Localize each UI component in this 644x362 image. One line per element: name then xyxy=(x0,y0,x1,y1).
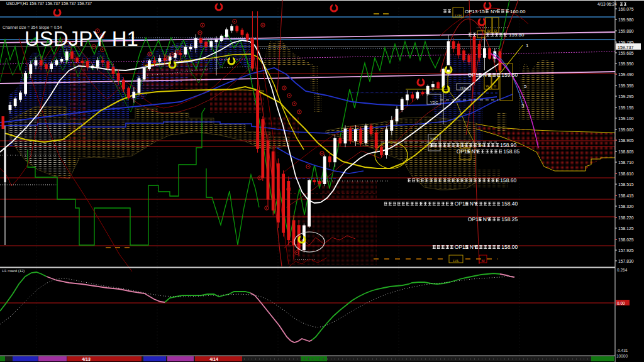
svg-text:158.00: 158.00 xyxy=(501,244,518,250)
svg-text:158.905: 158.905 xyxy=(618,138,634,143)
svg-text:158.220: 158.220 xyxy=(618,216,634,220)
svg-text:159.50: 159.50 xyxy=(501,72,518,78)
svg-text:W: W xyxy=(487,29,491,33)
svg-text:160.075: 160.075 xyxy=(618,7,634,11)
svg-text:159.000: 159.000 xyxy=(618,128,634,132)
svg-text:YDC: YDC xyxy=(430,101,438,104)
svg-text:159.80: 159.80 xyxy=(509,32,525,38)
svg-text:159.295: 159.295 xyxy=(618,94,634,99)
svg-text:YDH: YDH xyxy=(460,86,468,90)
svg-text:10000: 10000 xyxy=(616,354,628,358)
svg-text:159.590: 159.590 xyxy=(618,62,634,66)
svg-text:-0.431: -0.431 xyxy=(616,348,628,353)
svg-text:OP13·15: OP13·15 xyxy=(465,9,486,14)
svg-text:D: D xyxy=(494,84,497,88)
svg-text:159.980: 159.980 xyxy=(618,18,634,22)
svg-text:LVL: LVL xyxy=(453,259,460,263)
svg-text:158.025: 158.025 xyxy=(618,238,634,242)
svg-text:YCL: YCL xyxy=(462,145,469,148)
svg-text:H1 macd (12): H1 macd (12) xyxy=(2,269,25,273)
svg-text:158.60: 158.60 xyxy=(500,177,516,184)
svg-text:158.320: 158.320 xyxy=(618,204,634,209)
svg-text:YDO: YDO xyxy=(430,137,438,141)
svg-text:160.00: 160.00 xyxy=(510,9,526,14)
svg-text:USDJPY H1: USDJPY H1 xyxy=(25,27,138,50)
svg-text:157.830: 157.830 xyxy=(618,259,634,263)
svg-text:159.490: 159.490 xyxy=(618,72,634,77)
svg-text:158.415: 158.415 xyxy=(618,194,634,198)
svg-text:3: 3 xyxy=(521,103,525,109)
svg-text:5: 5 xyxy=(524,84,527,89)
svg-text:158.90: 158.90 xyxy=(500,142,516,148)
svg-text:4/14: 4/14 xyxy=(209,357,218,361)
svg-text:0.00: 0.00 xyxy=(617,301,625,305)
svg-text:159.685: 159.685 xyxy=(618,51,634,55)
svg-text:159.737: 159.737 xyxy=(618,45,633,50)
svg-text:4/13: 4/13 xyxy=(82,357,91,361)
svg-text:159.395: 159.395 xyxy=(618,84,634,88)
svg-text:1: 1 xyxy=(526,43,529,48)
svg-text:W: W xyxy=(486,84,489,88)
svg-text:158.610: 158.610 xyxy=(618,172,634,176)
svg-text:4/13 06:24: 4/13 06:24 xyxy=(597,2,617,6)
svg-text:158.85: 158.85 xyxy=(503,148,519,155)
svg-text:158.40: 158.40 xyxy=(501,200,518,207)
svg-text:USDJPY,H1 159.737 159.737 159: USDJPY,H1 159.737 159.737 159.737 159.73… xyxy=(6,1,92,6)
svg-text:158.515: 158.515 xyxy=(618,182,634,187)
svg-text:M: M xyxy=(482,259,485,263)
svg-text:158.125: 158.125 xyxy=(618,226,634,231)
svg-text:LYH: LYH xyxy=(455,14,461,18)
svg-text:158.805: 158.805 xyxy=(618,150,634,154)
svg-text:158.710: 158.710 xyxy=(618,160,634,165)
svg-text:D: D xyxy=(494,29,497,33)
svg-text:157.925: 157.925 xyxy=(618,248,634,253)
svg-text:0.264: 0.264 xyxy=(617,268,628,272)
svg-text:158.25: 158.25 xyxy=(501,216,518,222)
svg-text:159.195: 159.195 xyxy=(618,106,634,110)
svg-text:159.100: 159.100 xyxy=(618,116,634,121)
svg-text:159.880: 159.880 xyxy=(618,29,634,33)
